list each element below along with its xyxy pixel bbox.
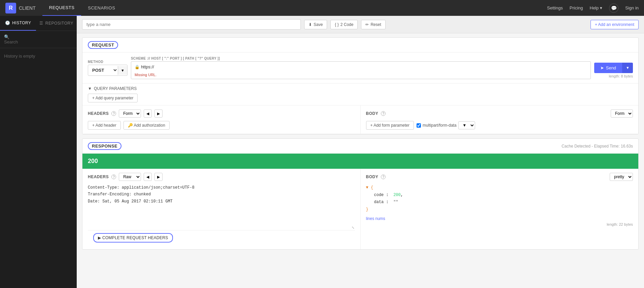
query-params-label: QUERY PARAMETERS <box>94 86 137 91</box>
response-title: RESPONSE <box>88 142 121 150</box>
multipart-checkbox[interactable] <box>417 123 421 128</box>
method-dropdown-button[interactable]: ▼ <box>118 66 127 75</box>
request-section: REQUEST METHOD POST GET PUT DELETE ▼ <box>82 37 639 134</box>
multipart-checkbox-label[interactable]: multipart/form-data ▼ <box>417 121 475 130</box>
response-header-line-2: Transfer-Encoding: chunked <box>88 191 355 198</box>
headers-label: HEADERS <box>88 111 109 116</box>
pricing-link[interactable]: Pricing <box>570 5 583 10</box>
search-icon: 🔍 <box>4 34 9 39</box>
multipart-select[interactable]: ▼ <box>458 121 475 129</box>
help-label: Help <box>590 5 599 10</box>
response-header-line-1: Content-Type: application/json;charset=U… <box>88 184 355 191</box>
response-body-label: BODY <box>366 174 379 179</box>
complete-request-headers-section: ▶ COMPLETE REQUEST HEADERS <box>88 230 355 245</box>
top-nav: R CLIENT REQUESTS SCENARIOS Settings Pri… <box>0 0 644 16</box>
headers-right-arrow-button[interactable]: ▶ <box>154 109 163 118</box>
response-headers-info-icon[interactable]: ? <box>111 174 116 179</box>
method-select[interactable]: POST GET PUT DELETE <box>88 65 118 75</box>
response-body-info-icon[interactable]: ? <box>381 174 386 179</box>
url-error: Missing URL. <box>131 72 591 79</box>
request-headers-panel: HEADERS ? Form Raw ◀ ▶ + Add header 🔑 <box>82 105 361 134</box>
headers-actions: + Add header 🔑 Add authorization <box>88 121 355 130</box>
scheme-label: SCHEME :// HOST [ ":" PORT ] [ PATH [ "?… <box>131 57 591 60</box>
cache-info: Cache Detected - Elapsed Time: 16.63s <box>562 144 633 149</box>
key-icon: 🔑 <box>128 123 133 128</box>
sidebar-tab-history[interactable]: 🕐 HISTORY <box>0 16 36 31</box>
add-header-button[interactable]: + Add header <box>88 121 121 130</box>
request-name-input[interactable] <box>82 19 301 30</box>
body-label-row: BODY ? Form Raw <box>366 109 633 118</box>
response-headers-panel: HEADERS ? Raw Form ◀ ▶ Content-Type: app… <box>82 169 361 249</box>
send-arrow-icon: ➤ <box>600 65 604 70</box>
toolbar: ⬇ Save { } 2 Code ✏ Reset + Add an envir… <box>77 16 644 33</box>
response-section-header: RESPONSE Cache Detected - Elapsed Time: … <box>82 139 638 154</box>
request-section-header: REQUEST <box>82 38 638 53</box>
sidebar-tabs: 🕐 HISTORY ☰ REPOSITORY <box>0 16 77 31</box>
save-icon: ⬇ <box>309 22 312 27</box>
add-authorization-button[interactable]: 🔑 Add authorization <box>123 121 170 130</box>
response-header-line-3: Date: Sat, 05 Aug 2017 02:10:11 GMT <box>88 198 355 205</box>
body-actions: + Add form parameter multipart/form-data… <box>366 121 633 130</box>
nav-brand: R CLIENT <box>5 3 36 13</box>
complete-request-headers-button[interactable]: ▶ COMPLETE REQUEST HEADERS <box>93 233 173 243</box>
headers-info-icon[interactable]: ? <box>111 111 116 116</box>
lines-nums-link[interactable]: lines nums <box>366 216 385 221</box>
response-body-format-select[interactable]: pretty raw <box>610 173 633 181</box>
method-label: METHOD <box>88 60 128 64</box>
response-headers-label: HEADERS <box>88 174 109 179</box>
nav-tab-scenarios[interactable]: SCENARIOS <box>81 0 122 16</box>
save-label: Save <box>314 22 323 27</box>
headers-body-row: HEADERS ? Form Raw ◀ ▶ + Add header 🔑 <box>82 105 638 134</box>
sidebar-tab-repository[interactable]: ☰ REPOSITORY <box>36 16 77 31</box>
headers-left-arrow-button[interactable]: ◀ <box>144 109 152 118</box>
response-body-row: HEADERS ? Raw Form ◀ ▶ Content-Type: app… <box>82 169 638 249</box>
response-headers-content: Content-Type: application/json;charset=U… <box>88 184 355 205</box>
signin-link[interactable]: Sign in <box>625 5 639 10</box>
reset-icon: ✏ <box>365 22 369 27</box>
nav-brand-name: CLIENT <box>19 5 36 11</box>
sidebar-search: 🔍 <box>0 31 77 48</box>
search-input[interactable] <box>4 39 73 44</box>
response-headers-left-arrow[interactable]: ◀ <box>144 173 152 181</box>
request-body-panel: BODY ? Form Raw + Add form parameter mul… <box>361 105 639 134</box>
reset-button[interactable]: ✏ Reset <box>361 20 385 29</box>
add-auth-label: Add authorization <box>134 123 165 128</box>
status-bar: 200 <box>82 154 638 169</box>
response-body-content-panel: BODY ? pretty raw ▼ { code : 200, data :… <box>361 169 639 249</box>
body-label: BODY <box>366 111 379 116</box>
headers-label-row: HEADERS ? Form Raw ◀ ▶ <box>88 109 355 118</box>
response-headers-format-select[interactable]: Raw Form <box>119 173 141 181</box>
save-button[interactable]: ⬇ Save <box>304 20 327 29</box>
sidebar-history-label: HISTORY <box>12 21 31 25</box>
query-params-chevron-icon: ▼ <box>88 86 92 91</box>
url-length: length: 8 bytes <box>609 74 633 78</box>
url-input[interactable] <box>141 62 587 72</box>
nav-tab-requests[interactable]: REQUESTS <box>42 0 81 16</box>
multipart-label: multipart/form-data <box>423 123 457 128</box>
response-body-length: length: 22 bytes <box>366 221 633 228</box>
query-params-toggle[interactable]: ▼ QUERY PARAMETERS <box>88 86 633 91</box>
response-headers-right-arrow[interactable]: ▶ <box>154 173 163 181</box>
body-format-select[interactable]: Form Raw <box>611 109 633 118</box>
send-dropdown-button[interactable]: ▼ <box>622 63 633 73</box>
add-environment-button[interactable]: + Add an environment <box>591 20 639 29</box>
response-body-json: ▼ { code : 200, data : "" } <box>366 184 633 213</box>
body-info-icon[interactable]: ? <box>381 111 386 116</box>
settings-link[interactable]: Settings <box>547 5 563 10</box>
url-input-wrapper: 🔒 Missing URL. <box>131 61 591 79</box>
add-query-param-button[interactable]: + Add query parameter <box>88 94 138 102</box>
response-headers-label-row: HEADERS ? Raw Form ◀ ▶ <box>88 173 355 181</box>
lock-icon: 🔒 <box>135 65 140 69</box>
method-select-wrapper: POST GET PUT DELETE ▼ <box>88 65 128 76</box>
add-form-param-button[interactable]: + Add form parameter <box>366 121 414 130</box>
chat-icon[interactable]: 💬 <box>609 3 618 13</box>
sidebar-repo-label: REPOSITORY <box>45 21 73 26</box>
textarea-resize-handle[interactable]: ⤡ <box>88 225 355 230</box>
code-button[interactable]: { } 2 Code <box>330 20 358 29</box>
send-button[interactable]: ➤ Send <box>594 63 622 73</box>
main-content: ⬇ Save { } 2 Code ✏ Reset + Add an envir… <box>77 16 644 288</box>
help-menu[interactable]: Help ▾ <box>590 5 603 10</box>
method-url-row: METHOD POST GET PUT DELETE ▼ SCHEME :// … <box>82 53 638 84</box>
headers-format-select[interactable]: Form Raw <box>119 109 141 118</box>
status-code: 200 <box>88 158 98 164</box>
